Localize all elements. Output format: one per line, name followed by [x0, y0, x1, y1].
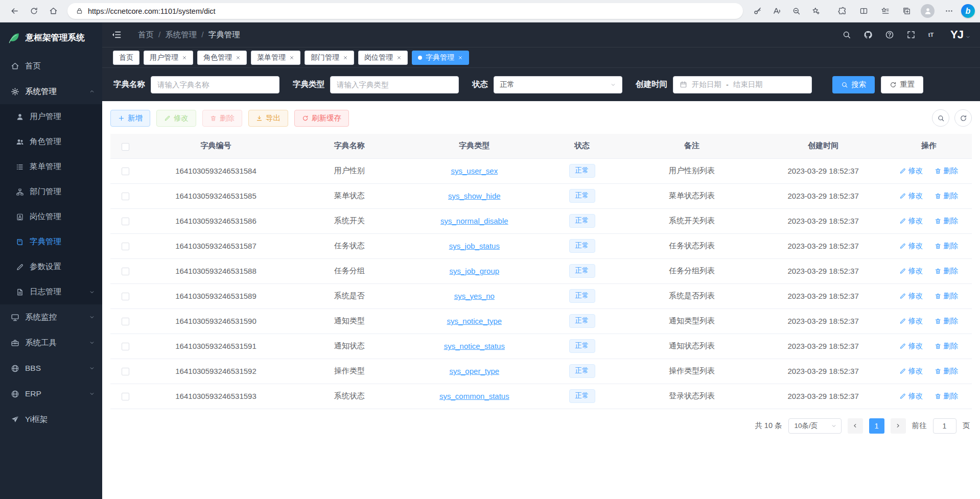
profile-avatar[interactable]	[921, 4, 935, 18]
tab[interactable]: 字典管理	[412, 51, 469, 65]
browser-nav-button[interactable]	[25, 3, 43, 20]
goto-page-input[interactable]	[933, 418, 956, 434]
delete-button[interactable]: 删除	[202, 110, 242, 127]
dict-type-link[interactable]: sys_job_group	[450, 267, 500, 275]
browser-menu-button[interactable]	[940, 3, 958, 20]
prev-page-button[interactable]	[848, 418, 863, 434]
dict-type-link[interactable]: sys_notice_type	[447, 317, 502, 325]
row-checkbox[interactable]	[122, 343, 129, 350]
sidebar-submenu-item[interactable]: 菜单管理	[0, 154, 102, 179]
row-edit-link[interactable]: 修改	[899, 391, 923, 401]
sidebar-menu-item[interactable]: Yi框架	[0, 407, 102, 432]
row-checkbox[interactable]	[122, 193, 129, 200]
row-delete-link[interactable]: 删除	[935, 216, 959, 226]
sidebar-submenu-item[interactable]: 参数设置	[0, 254, 102, 279]
dict-type-link[interactable]: sys_notice_status	[444, 342, 505, 350]
tab[interactable]: 部门管理	[305, 51, 354, 65]
row-edit-link[interactable]: 修改	[899, 166, 923, 176]
refresh-cache-button[interactable]: 刷新缓存	[294, 110, 349, 127]
navbar-tool-button[interactable]	[881, 26, 898, 43]
user-menu[interactable]: YJ	[950, 29, 971, 40]
sidebar-menu-item[interactable]: 系统工具	[0, 330, 102, 355]
row-delete-link[interactable]: 删除	[935, 316, 959, 326]
browser-toolbar-button[interactable]	[748, 3, 766, 20]
row-edit-link[interactable]: 修改	[899, 341, 923, 351]
row-edit-link[interactable]: 修改	[899, 291, 923, 301]
row-checkbox[interactable]	[122, 368, 129, 375]
dict-type-link[interactable]: sys_user_sex	[451, 167, 498, 175]
dict-type-link[interactable]: sys_common_status	[439, 392, 509, 400]
browser-toolbar-button[interactable]	[876, 3, 894, 20]
tab[interactable]: 用户管理	[144, 51, 193, 65]
edit-button[interactable]: 修改	[156, 110, 196, 127]
row-checkbox[interactable]	[122, 393, 129, 400]
close-icon[interactable]	[182, 55, 187, 60]
bing-copilot-button[interactable]: b	[961, 4, 975, 18]
row-checkbox[interactable]	[122, 268, 129, 275]
row-delete-link[interactable]: 删除	[935, 291, 959, 301]
sidebar-submenu-item[interactable]: 角色管理	[0, 129, 102, 154]
row-delete-link[interactable]: 删除	[935, 341, 959, 351]
navbar-tool-button[interactable]	[924, 26, 941, 43]
row-delete-link[interactable]: 删除	[935, 366, 959, 376]
close-icon[interactable]	[343, 55, 348, 60]
row-edit-link[interactable]: 修改	[899, 366, 923, 376]
sidebar-submenu-item[interactable]: 字典管理	[0, 229, 102, 254]
sidebar-menu-item[interactable]: 首页	[0, 53, 102, 79]
navbar-tool-button[interactable]	[838, 26, 855, 43]
breadcrumb-item[interactable]: 系统管理	[165, 30, 197, 40]
row-delete-link[interactable]: 删除	[935, 241, 959, 251]
row-edit-link[interactable]: 修改	[899, 266, 923, 276]
row-edit-link[interactable]: 修改	[899, 241, 923, 251]
tab[interactable]: 角色管理	[197, 51, 247, 65]
row-checkbox[interactable]	[122, 293, 129, 300]
page-size-select[interactable]: 10条/页	[788, 418, 842, 434]
current-page-button[interactable]: 1	[869, 418, 884, 434]
navbar-tool-button[interactable]	[902, 26, 920, 43]
add-button[interactable]: 新增	[110, 110, 150, 127]
row-delete-link[interactable]: 删除	[935, 266, 959, 276]
dict-name-input[interactable]	[151, 76, 279, 93]
row-checkbox[interactable]	[122, 218, 129, 225]
row-checkbox[interactable]	[122, 318, 129, 325]
status-select[interactable]: 正常	[494, 76, 622, 93]
refresh-table-button[interactable]	[954, 109, 972, 127]
sidebar-submenu-item[interactable]: 用户管理	[0, 104, 102, 129]
breadcrumb-item[interactable]: 字典管理	[208, 30, 240, 40]
close-icon[interactable]	[289, 55, 294, 60]
dict-type-input[interactable]	[330, 76, 459, 93]
search-button[interactable]: 搜索	[832, 76, 875, 93]
dict-type-link[interactable]: sys_yes_no	[454, 292, 495, 300]
navbar-tool-button[interactable]	[859, 26, 877, 43]
dict-type-link[interactable]: sys_normal_disable	[440, 217, 508, 225]
browser-nav-button[interactable]	[44, 3, 62, 20]
row-edit-link[interactable]: 修改	[899, 191, 923, 201]
sidebar-menu-item[interactable]: ERP	[0, 381, 102, 407]
dict-type-link[interactable]: sys_oper_type	[450, 367, 500, 375]
close-icon[interactable]	[236, 55, 241, 60]
sidebar-submenu-item[interactable]: 部门管理	[0, 179, 102, 204]
breadcrumb-item[interactable]: 首页	[138, 30, 154, 40]
next-page-button[interactable]	[891, 418, 906, 434]
close-icon[interactable]	[396, 55, 402, 60]
browser-nav-button[interactable]	[5, 3, 24, 20]
browser-toolbar-button[interactable]	[897, 3, 916, 20]
close-icon[interactable]	[458, 55, 463, 60]
row-delete-link[interactable]: 删除	[935, 191, 959, 201]
export-button[interactable]: 导出	[248, 110, 288, 127]
sidebar-menu-item[interactable]: 系统管理	[0, 79, 102, 104]
browser-toolbar-button[interactable]	[767, 3, 786, 20]
tab[interactable]: 岗位管理	[358, 51, 408, 65]
sidebar-menu-item[interactable]: BBS	[0, 355, 102, 381]
browser-toolbar-button[interactable]	[806, 3, 825, 20]
address-bar[interactable]: https://ccnetcore.com:1101/system/dict	[67, 3, 743, 19]
row-checkbox[interactable]	[122, 168, 129, 175]
browser-toolbar-button[interactable]	[787, 3, 805, 20]
row-checkbox[interactable]	[122, 243, 129, 250]
row-delete-link[interactable]: 删除	[935, 166, 959, 176]
toggle-search-button[interactable]	[932, 109, 949, 127]
sidebar-menu-item[interactable]: 系统监控	[0, 304, 102, 330]
sidebar-toggle-button[interactable]	[111, 30, 122, 40]
dict-type-link[interactable]: sys_show_hide	[448, 192, 501, 200]
row-edit-link[interactable]: 修改	[899, 216, 923, 226]
